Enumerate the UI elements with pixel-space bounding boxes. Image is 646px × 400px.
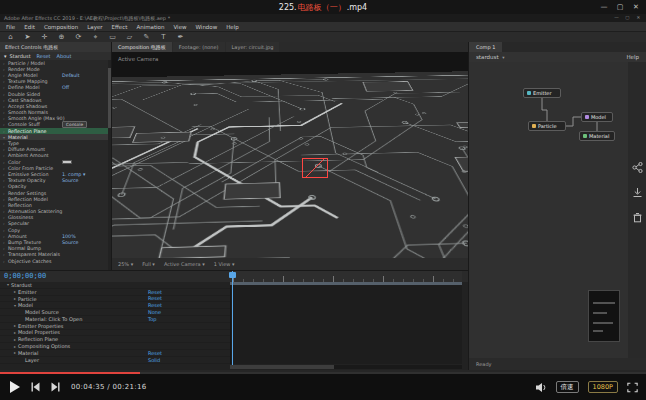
type-tool-icon[interactable]: T [159, 33, 168, 41]
property-value[interactable]: Source [62, 178, 78, 183]
home-icon[interactable]: ⌂ [6, 33, 15, 41]
property-value[interactable]: 1. comp ▾ [62, 172, 85, 177]
previous-button[interactable] [31, 382, 40, 392]
property-value[interactable]: Off [62, 85, 69, 90]
node-material[interactable]: Material [579, 131, 615, 141]
node-material-icon [583, 134, 587, 138]
rotate-tool-icon[interactable]: ⟳ [74, 33, 83, 41]
trash-icon[interactable] [632, 212, 643, 223]
volume-icon[interactable] [535, 382, 547, 393]
time-ruler[interactable] [230, 271, 462, 282]
fullscreen-icon[interactable] [627, 382, 638, 393]
effect-panel-scrollbar[interactable] [108, 60, 111, 270]
viewport-status-0[interactable]: 25% ▾ [118, 261, 133, 267]
pan-behind-tool-icon[interactable]: ▭ [108, 33, 117, 41]
layer-value[interactable]: Solid [148, 357, 160, 363]
zoom-tool-icon[interactable]: ⊕ [57, 33, 66, 41]
property-label: Cast Shadows [8, 98, 42, 103]
menu-help[interactable]: Help [226, 24, 239, 30]
node-emitter[interactable]: Emitter [523, 88, 561, 98]
playback-controls: 00:04:35 / 00:21:16 [10, 374, 146, 400]
timeline-track-area[interactable] [230, 282, 462, 364]
maximize-icon[interactable]: ▢ [612, 0, 628, 14]
hand-tool-icon[interactable]: ✛ [40, 33, 49, 41]
pen-tool-icon[interactable]: ✎ [142, 33, 151, 41]
layer-row[interactable]: LayerSolid [0, 357, 230, 364]
viewport-status-1[interactable]: Full ▾ [142, 261, 155, 267]
property-label: Render Settings [8, 191, 46, 196]
ae-window-control-1[interactable]: ▢ [622, 14, 633, 22]
ae-window-control-2[interactable]: ✕ [633, 14, 644, 22]
color-swatch[interactable] [62, 160, 72, 164]
ae-titlebar-text: Adobe After Effects CC 2019 - E:\AE教程\Pr… [4, 15, 170, 21]
tab-2[interactable]: Layer: circuit.jpg [226, 42, 280, 52]
layer-value[interactable]: Reset [148, 350, 162, 356]
node-particle[interactable]: Particle [528, 121, 566, 131]
timeline-panel: 0;00;00;00 ▾Stardust▸EmitterReset▸Partic… [0, 270, 468, 370]
menu-edit[interactable]: Edit [24, 24, 35, 30]
menu-window[interactable]: Window [196, 24, 218, 30]
next-button[interactable] [51, 382, 60, 392]
stardust-title-dropdown[interactable]: stardust ▾ [476, 54, 505, 60]
property-label: Attenuation Scattering [8, 209, 62, 214]
stardust-help-link[interactable]: Help [626, 54, 639, 60]
menu-view[interactable]: View [173, 24, 186, 30]
layer-value[interactable]: Reset [148, 289, 162, 295]
brush-tool-icon[interactable]: ✒ [176, 33, 185, 41]
nodes-share-icon[interactable] [632, 162, 643, 173]
play-button[interactable] [10, 381, 20, 393]
selection-tool-icon[interactable]: ➤ [23, 33, 32, 41]
minimize-icon[interactable]: — [596, 0, 612, 14]
layer-value[interactable]: Reset [148, 295, 162, 301]
viewport-status-3[interactable]: 1 View ▾ [214, 261, 235, 267]
close-icon[interactable]: ✕ [628, 0, 644, 14]
menu-composition[interactable]: Composition [44, 24, 78, 30]
node-model[interactable]: Model [581, 112, 613, 122]
effect-property-row[interactable]: ›Objective Catches [0, 258, 108, 264]
tab-0[interactable]: Composition 电路板 [112, 42, 172, 52]
menu-layer[interactable]: Layer [87, 24, 102, 30]
menu-effect[interactable]: Effect [112, 24, 128, 30]
property-label: Amount [8, 234, 27, 239]
property-value[interactable]: 100% [62, 234, 76, 239]
quality-button[interactable]: 1080P [588, 381, 618, 393]
layer-label: Compositing Options [18, 343, 70, 349]
layer-value[interactable]: Reset [148, 302, 162, 308]
menu-animation[interactable]: Animation [136, 24, 164, 30]
stardust-side-toolbar [628, 62, 646, 358]
effect-expand-icon[interactable]: ▾ [4, 53, 7, 59]
node-emitter-icon [527, 91, 531, 95]
effect-reset-link[interactable]: Reset [37, 53, 51, 59]
playback-speed-button[interactable]: 倍速 [556, 381, 579, 393]
selection-marker [302, 158, 328, 178]
after-effects-window: Adobe After Effects CC 2019 - E:\AE教程\Pr… [0, 14, 646, 372]
ae-window-control-0[interactable]: — [611, 14, 622, 22]
effect-about-link[interactable]: About [57, 53, 72, 59]
effect-controls-tab[interactable]: Effect Controls 电路板 [0, 42, 111, 52]
property-label: Color From Particle [8, 166, 53, 171]
camera-tool-icon[interactable]: ⌖ [91, 33, 100, 41]
property-label: Transparent Materials [8, 252, 60, 257]
node-model-icon [585, 115, 589, 119]
tab-1[interactable]: Footage: (none) [173, 42, 225, 52]
layer-value[interactable]: Top [148, 316, 156, 322]
composition-viewport[interactable]: Active Camera [112, 52, 468, 258]
property-label: Copy [8, 228, 20, 233]
player-right-controls: 倍速 1080P [535, 374, 638, 400]
shape-tool-icon[interactable]: ▱ [125, 33, 134, 41]
layer-row[interactable]: ▸ParticleReset [0, 296, 230, 303]
property-value[interactable]: Default [62, 73, 80, 78]
menu-file[interactable]: File [6, 24, 15, 30]
download-icon[interactable] [632, 187, 643, 198]
layer-value[interactable]: None [148, 309, 161, 315]
stardust-statusbar: Ready [469, 358, 646, 370]
stardust-header: stardust ▾ Help [469, 52, 646, 62]
property-value[interactable]: Source [62, 240, 78, 245]
viewport-status-2[interactable]: Active Camera ▾ [164, 261, 205, 267]
current-timecode[interactable]: 0;00;00;00 [4, 271, 46, 282]
window-controls: —▢✕ [596, 0, 644, 14]
stardust-comp-tab[interactable]: Comp 1 [469, 42, 502, 52]
timeline-hscrollbar[interactable] [230, 365, 462, 369]
preset-preview-thumbnail[interactable] [588, 290, 620, 342]
work-area-bar[interactable] [230, 282, 462, 285]
